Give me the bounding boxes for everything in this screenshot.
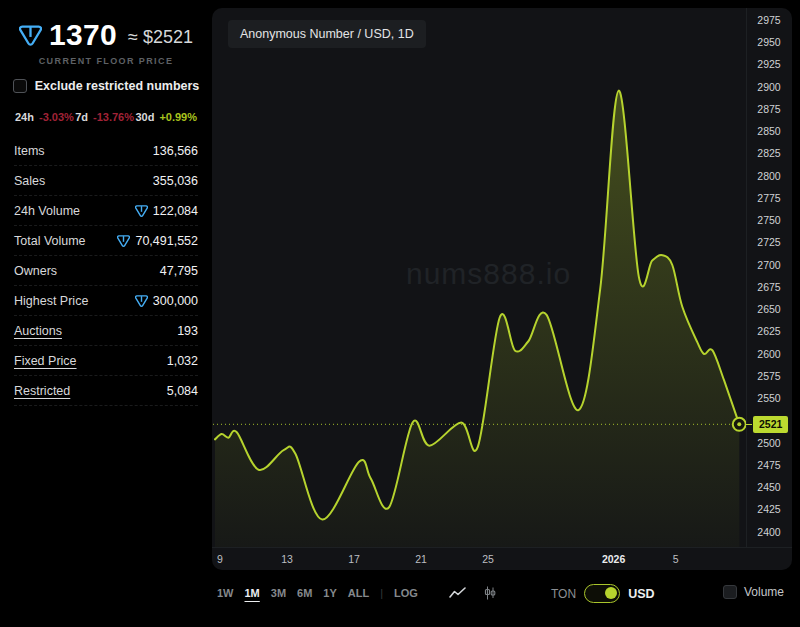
- change-value: +0.99%: [159, 111, 197, 123]
- stat-value: 136,566: [153, 144, 198, 158]
- chart-panel: Anonymous Number / USD, 1D nums888.io 29…: [212, 8, 792, 570]
- current-price-tick: [746, 424, 752, 425]
- y-axis-tick: 2600: [746, 348, 792, 361]
- stat-row: Highest Price300,000: [14, 286, 198, 316]
- x-axis-tick: 9: [217, 553, 223, 565]
- range-button-6m[interactable]: 6M: [297, 587, 312, 599]
- stat-label[interactable]: Auctions: [14, 324, 62, 338]
- range-button-1y[interactable]: 1Y: [323, 587, 336, 599]
- area-fill: [215, 91, 739, 547]
- volume-label: Volume: [744, 585, 784, 599]
- stat-label: Highest Price: [14, 294, 88, 308]
- stat-row[interactable]: Auctions193: [14, 316, 198, 346]
- ton-icon: [135, 295, 148, 307]
- range-button-all[interactable]: ALL: [348, 587, 369, 599]
- y-axis-tick: 2500: [746, 437, 792, 450]
- exclude-restricted-row[interactable]: Exclude restricted numbers: [0, 79, 212, 93]
- stat-value: 47,795: [160, 264, 198, 278]
- line-chart-icon[interactable]: [449, 587, 467, 599]
- volume-checkbox[interactable]: [723, 585, 737, 599]
- stat-label: Items: [14, 144, 45, 158]
- price-change-7d: 7d-13.76%: [75, 111, 134, 123]
- range-button-1w[interactable]: 1W: [217, 587, 234, 599]
- current-price-tag: 2521: [753, 416, 788, 433]
- ton-icon: [135, 205, 148, 217]
- y-axis-tick: 2425: [746, 503, 792, 516]
- stat-row[interactable]: Restricted5,084: [14, 376, 198, 406]
- change-value: -3.03%: [39, 111, 74, 123]
- stat-row[interactable]: Fixed Price1,032: [14, 346, 198, 376]
- toolbar-divider: |: [380, 587, 383, 599]
- y-axis-tick: 2700: [746, 259, 792, 272]
- last-point-dot: [737, 422, 741, 426]
- range-button-1m[interactable]: 1M: [245, 587, 260, 599]
- change-period: 7d: [75, 111, 88, 123]
- y-axis-tick: 2450: [746, 481, 792, 494]
- stat-value: 5,084: [167, 384, 198, 398]
- y-axis-tick: 2550: [746, 392, 792, 405]
- chart-title-badge: Anonymous Number / USD, 1D: [228, 20, 426, 48]
- stat-value: 193: [177, 324, 198, 338]
- currency-toggle[interactable]: [584, 584, 620, 603]
- y-axis-tick: 2575: [746, 370, 792, 383]
- stats-sidebar: 1370 ≈ $2521 CURRENT FLOOR PRICE Exclude…: [0, 0, 212, 627]
- x-axis-tick: 25: [482, 553, 494, 565]
- price-change-24h: 24h-3.03%: [15, 111, 74, 123]
- x-axis-tick: 13: [281, 553, 293, 565]
- collection-stats-list: Items136,566Sales355,03624h Volume122,08…: [0, 136, 212, 406]
- stat-row: Items136,566: [14, 136, 198, 166]
- range-buttons: 1W1M3M6M1YALL: [217, 587, 369, 599]
- candlestick-chart-icon[interactable]: [484, 586, 496, 600]
- y-axis-tick: 2950: [746, 36, 792, 49]
- change-value: -13.76%: [93, 111, 134, 123]
- y-axis-tick: 2625: [746, 325, 792, 338]
- x-axis-tick: 17: [348, 553, 360, 565]
- log-scale-button[interactable]: LOG: [394, 587, 418, 599]
- range-button-3m[interactable]: 3M: [271, 587, 286, 599]
- stat-value: 122,084: [135, 204, 198, 218]
- currency-ton-label[interactable]: TON: [551, 587, 576, 601]
- y-axis-tick: 2475: [746, 459, 792, 472]
- y-axis-tick: 2925: [746, 58, 792, 71]
- y-axis-tick: 2650: [746, 303, 792, 316]
- floor-price-usd: ≈ $2521: [128, 23, 193, 48]
- y-axis-tick: 2800: [746, 170, 792, 183]
- stat-label: Sales: [14, 174, 45, 188]
- y-axis-tick: 2825: [746, 147, 792, 160]
- y-axis-tick: 2675: [746, 281, 792, 294]
- price-change-30d: 30d+0.99%: [135, 111, 197, 123]
- stat-label[interactable]: Restricted: [14, 384, 70, 398]
- y-axis-tick: 2400: [746, 526, 792, 539]
- x-axis-tick: 5: [673, 553, 679, 565]
- y-axis-tick: 2900: [746, 81, 792, 94]
- price-chart[interactable]: [212, 8, 792, 570]
- stat-label[interactable]: Fixed Price: [14, 354, 77, 368]
- stat-value: 300,000: [135, 294, 198, 308]
- ton-icon: [19, 25, 42, 46]
- currency-usd-label[interactable]: USD: [628, 587, 654, 601]
- x-axis-tick: 21: [415, 553, 427, 565]
- change-period: 30d: [135, 111, 154, 123]
- volume-option[interactable]: Volume: [723, 585, 784, 599]
- time-axis-separator: [212, 547, 792, 548]
- stat-value: 355,036: [153, 174, 198, 188]
- stat-value: 70,491,552: [117, 234, 198, 248]
- stat-row: Sales355,036: [14, 166, 198, 196]
- chart-toolbar: 1W1M3M6M1YALL | LOG: [217, 586, 496, 600]
- floor-price-ton: 1370: [49, 20, 117, 50]
- floor-price-caption: CURRENT FLOOR PRICE: [0, 56, 212, 66]
- price-changes-row: 24h-3.03%7d-13.76%30d+0.99%: [0, 111, 212, 123]
- y-axis-tick: 2875: [746, 103, 792, 116]
- stat-label: Total Volume: [14, 234, 86, 248]
- currency-switch: TON USD: [551, 584, 655, 603]
- stat-label: 24h Volume: [14, 204, 80, 218]
- exclude-restricted-checkbox[interactable]: [13, 79, 27, 93]
- y-axis-tick: 2775: [746, 192, 792, 205]
- stat-row: Owners47,795: [14, 256, 198, 286]
- x-axis-tick: 2026: [602, 553, 625, 565]
- exclude-restricted-label: Exclude restricted numbers: [35, 79, 200, 93]
- y-axis-tick: 2725: [746, 236, 792, 249]
- stat-label: Owners: [14, 264, 57, 278]
- change-period: 24h: [15, 111, 34, 123]
- y-axis-tick: 2850: [746, 125, 792, 138]
